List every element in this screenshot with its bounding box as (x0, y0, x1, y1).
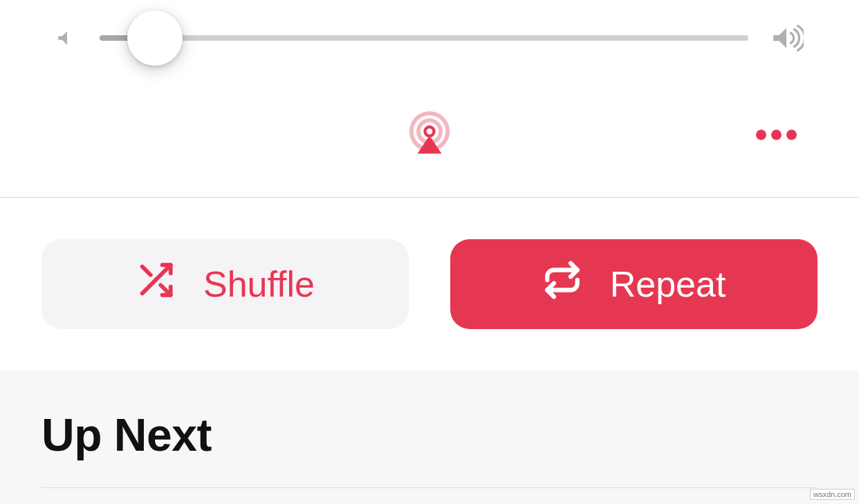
volume-slider[interactable] (100, 35, 748, 41)
volume-high-icon (769, 21, 804, 55)
volume-low-icon (55, 26, 79, 50)
repeat-label: Repeat (610, 263, 726, 305)
shuffle-icon (136, 260, 176, 308)
up-next-section: Up Next (0, 371, 859, 504)
volume-slider-thumb[interactable] (127, 10, 183, 66)
repeat-icon (542, 260, 582, 308)
up-next-divider (41, 487, 818, 488)
shuffle-label: Shuffle (203, 263, 315, 305)
repeat-button[interactable]: Repeat (450, 239, 818, 329)
airplay-icon[interactable] (405, 109, 454, 160)
watermark: wsxdn.com (810, 489, 855, 500)
up-next-heading: Up Next (41, 409, 818, 461)
volume-slider-row (55, 21, 804, 55)
svg-point-2 (425, 127, 434, 136)
more-options-icon[interactable] (756, 130, 797, 140)
shuffle-button[interactable]: Shuffle (41, 239, 409, 329)
